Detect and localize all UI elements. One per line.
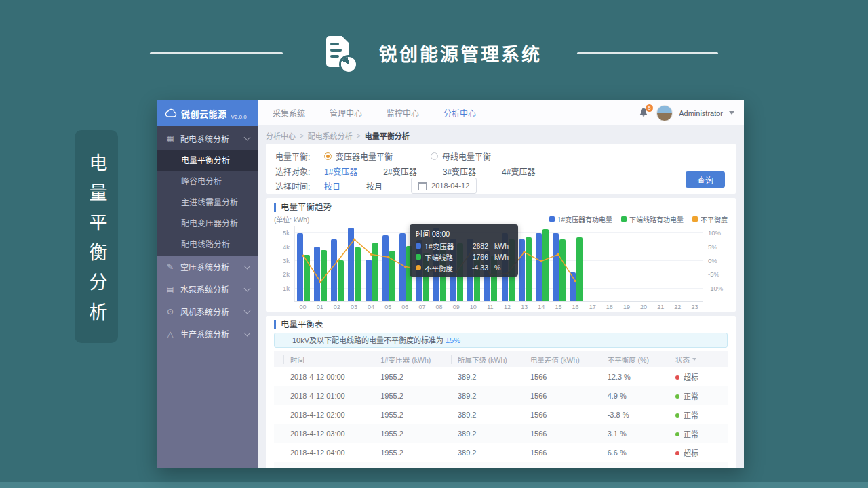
column-header-label: 状态 [669,355,728,364]
object-option[interactable]: 1#变压器 [324,165,357,177]
sidebar-group-1[interactable]: ▦配电系统分析 [157,126,258,150]
time-option[interactable]: 按月 [366,180,382,192]
sidebar-group-label: 水泵系统分析 [180,283,229,295]
time-option[interactable]: 按日 [324,180,340,192]
chart-plot[interactable]: 时间 08:00 1#变压器2682kWh下端线路1766kWh不平衡度-4.3… [294,226,703,302]
x-axis-label: 17 [587,304,599,310]
column-header-2: 1#变压器 (kWh) [374,351,451,367]
breadcrumb-item[interactable]: 分析中心 [266,130,296,141]
status-text: 正常 [684,430,698,439]
top-bar: 采集系统管理中心监控中心分析中心 5 Administrator [258,100,744,126]
object-option[interactable]: 4#变压器 [502,165,535,177]
y-axis-tick-left: 2k [283,270,290,278]
slide-header: 锐创能源管理系统 [0,28,868,77]
tooltip-unit: kWh [494,242,512,250]
app-logo[interactable]: 锐创云能源 V2.0.0 [157,100,258,126]
chevron-down-icon [244,134,251,141]
sidebar-item[interactable]: 电量平衡分析 [157,150,258,171]
y-axis-tick-right: -10% [708,284,723,291]
legend-item[interactable]: 不平衡度 [692,214,728,224]
user-menu-caret-icon[interactable] [729,111,734,115]
status-text: 超标 [684,373,698,382]
diff-cell: 1566 [524,405,601,424]
table-row: 2018-4-12 03:001955.2389.215663.1 %正常 [274,424,728,443]
tooltip-row: 不平衡度-4.33% [416,262,512,273]
radio-option[interactable]: 母线电量平衡 [431,150,491,162]
time-cell: 2018-4-12 00:00 [274,367,374,386]
imbalance-cell: 0.9 % [601,462,669,468]
x-axis-label: 08 [433,304,446,310]
breadcrumb-separator: > [300,132,304,140]
avatar[interactable] [656,105,673,121]
breadcrumb: 分析中心>配电系统分析>电量平衡分析 [266,129,736,142]
transformer-cell: 1955.2 [374,405,451,424]
breadcrumb-item[interactable]: 配电系统分析 [308,130,353,141]
document-pen-icon [326,36,353,70]
y-axis-tick-right: 10% [708,229,721,237]
radio-icon [431,152,438,160]
x-axis-label: 13 [518,304,530,310]
balance-filter-label: 电量平衡: [275,150,324,162]
nav-item-4[interactable]: 分析中心 [443,107,476,119]
notification-bell[interactable]: 5 [638,107,650,119]
chevron-down-icon [244,262,251,269]
nav-item-1[interactable]: 采集系统 [273,107,305,119]
object-options: 1#变压器2#变压器3#变压器4#变压器 [324,165,561,177]
diff-cell: 1566 [524,424,601,443]
legend-item[interactable]: 下端线路有功电量 [621,214,684,224]
sidebar-item[interactable]: 配电变压器分析 [157,214,258,235]
sidebar-group-5[interactable]: △生产系统分析 [157,323,258,345]
status-dot-icon [675,375,679,380]
radio-label: 母线电量平衡 [442,150,491,162]
y-axis-tick-left: 5k [283,229,290,237]
query-button[interactable]: 查询 [686,171,725,188]
legend-item[interactable]: 1#变压器有功电量 [549,214,612,224]
nav-item-2[interactable]: 管理中心 [330,107,362,119]
x-axis-label: 12 [501,304,513,310]
transformer-cell: 1955.2 [374,462,451,468]
nav-item-3[interactable]: 监控中心 [387,107,419,119]
radio-option[interactable]: 变压器电量平衡 [324,150,393,162]
sidebar-group-4[interactable]: ⊙风机系统分析 [157,300,258,323]
radio-label: 变压器电量平衡 [336,150,393,162]
sidebar-group-3[interactable]: ▤水泵系统分析 [157,278,258,300]
sidebar-group-2[interactable]: ✎空压系统分析 [157,256,258,278]
table-row: 2018-4-12 02:001955.2389.21566-3.8 %正常 [274,405,728,424]
downstream-cell: 389.2 [451,405,524,424]
object-option[interactable]: 2#变压器 [383,165,416,177]
chart-x-axis: 0001020304050607080910111213141516171819… [294,304,703,312]
sidebar-item[interactable]: 峰谷电分析 [157,171,258,192]
tooltip-label: 不平衡度 [425,263,453,273]
table-row: 2018-4-12 00:001955.2389.2156612.3 %超标 [274,367,728,386]
sidebar-item[interactable]: 主进线需量分析 [157,192,258,214]
column-header-6[interactable]: 状态 [669,351,728,367]
imbalance-cell: 12.3 % [601,367,669,386]
x-axis-label: 19 [620,304,633,310]
column-header-text: 1#变压器 (kWh) [380,354,431,365]
status-cell: 超标 [669,443,728,462]
diff-cell: 1566 [524,443,601,462]
y-axis-tick-right: 0% [708,256,717,264]
x-axis-label: 04 [365,304,377,310]
table-row: 2018-4-12 04:001955.2389.215666.6 %超标 [274,443,728,462]
notice-highlight: ±5% [446,336,460,344]
sidebar-group-label: 风机系统分析 [180,306,229,317]
object-option[interactable]: 3#变压器 [443,165,476,177]
status-cell: 正常 [669,405,728,424]
chart-unit-label: (单位: kWh) [274,214,309,224]
tooltip-marker [416,243,421,249]
time-cell: 2018-4-12 02:00 [274,405,374,424]
filter-caret-icon[interactable] [692,358,696,361]
date-picker[interactable]: 2018-04-12 [411,178,477,194]
time-cell: 2018-4-12 01:00 [274,386,374,405]
column-header-4: 电量差值 (kWh) [524,351,601,367]
table-row: 2018-4-12 05:001955.2389.215660.9 %正常 [274,462,728,468]
y-axis-tick-left: 4k [283,243,290,250]
x-axis-label: 11 [484,304,496,310]
app-header: 锐创云能源 V2.0.0 采集系统管理中心监控中心分析中心 5 Administ… [157,100,744,126]
transformer-cell: 1955.2 [374,386,451,405]
sidebar-item[interactable]: 配电线路分析 [157,235,258,256]
column-header-1: 时间 [274,351,374,367]
sidebar-group-label: 配电系统分析 [180,133,229,144]
clock-icon: ⊙ [165,307,175,317]
